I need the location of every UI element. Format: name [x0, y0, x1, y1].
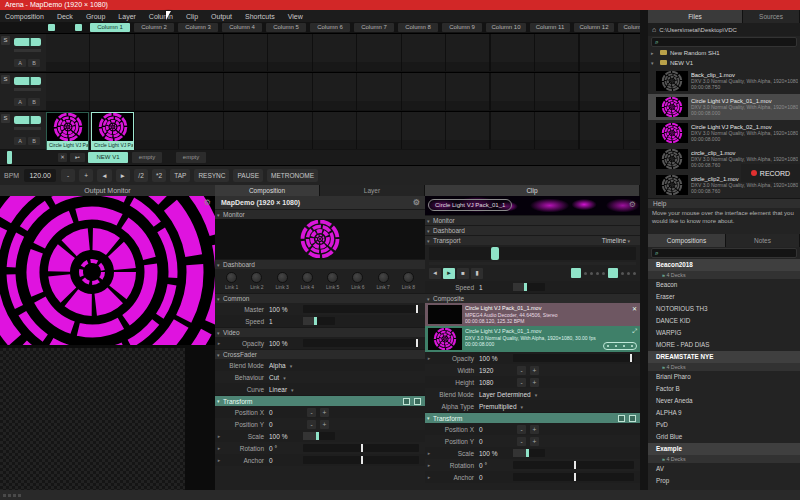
composition-item[interactable]: Eraser — [648, 291, 800, 303]
dashboard-knob[interactable]: Link 7 — [376, 272, 389, 290]
scale-slider[interactable] — [303, 432, 335, 440]
increment-button[interactable]: + — [320, 408, 329, 417]
pin-icon[interactable] — [403, 398, 410, 405]
rotation-slider[interactable] — [513, 461, 634, 469]
layer-fade-b-button[interactable]: B — [28, 137, 40, 145]
curve-dropdown[interactable]: Linear — [269, 386, 303, 393]
blend-mode-dropdown[interactable]: Layer Determined — [479, 391, 547, 398]
bpm-value[interactable]: 120.00 — [24, 169, 56, 182]
close-icon[interactable] — [414, 398, 421, 405]
layer-fade-b-button[interactable]: B — [28, 59, 40, 67]
layer-fade-a-button[interactable]: A — [14, 137, 26, 145]
composition-item[interactable]: ALPHA 9 — [648, 407, 800, 419]
composition-item[interactable]: Prop — [648, 475, 800, 487]
composition-item[interactable]: PvD — [648, 419, 800, 431]
deck-nav-button[interactable]: ▸▪ — [70, 153, 85, 162]
section-common[interactable]: Common — [215, 293, 425, 303]
increment-button[interactable]: + — [530, 378, 539, 387]
bpm-button[interactable]: RESYNC — [194, 169, 229, 182]
layer-2-clip-cells[interactable] — [46, 73, 648, 110]
beat-loop-button[interactable] — [571, 268, 581, 278]
composition-item[interactable]: NOTORIOUS TH3 — [648, 303, 800, 315]
anchor-slider[interactable] — [513, 473, 634, 481]
menu-item[interactable]: Shortcuts — [245, 13, 275, 20]
gear-icon[interactable]: ⚙ — [413, 196, 420, 209]
menu-item[interactable]: Group — [86, 13, 105, 20]
layer-opacity-slider[interactable] — [14, 38, 41, 46]
gear-icon[interactable]: ⚙ — [629, 200, 636, 209]
trim-controls[interactable] — [603, 342, 637, 350]
column-trigger-button[interactable]: Column 3 — [178, 23, 218, 32]
menu-item[interactable]: Output — [211, 13, 232, 20]
increment-button[interactable]: + — [530, 425, 539, 434]
composition-item[interactable]: DREAMSTATE NYE — [648, 351, 800, 363]
decrement-button[interactable]: - — [307, 420, 316, 429]
bpm-button[interactable]: METRONOME — [267, 169, 318, 182]
column-trigger-button[interactable]: Column 2 — [134, 23, 174, 32]
decrement-button[interactable]: - — [517, 437, 526, 446]
layer-fade-a-button[interactable]: A — [14, 98, 26, 106]
column-trigger-button[interactable]: Column 6 — [310, 23, 350, 32]
search-input[interactable]: ⌕ — [651, 248, 797, 258]
section-video[interactable]: Video — [215, 327, 425, 337]
section-transform[interactable]: Transform — [215, 395, 425, 406]
search-input[interactable]: ⌕ — [651, 37, 797, 47]
dashboard-knob[interactable]: Link 6 — [351, 272, 364, 290]
layer-1-clip-cells[interactable] — [46, 112, 648, 149]
speed-slider[interactable] — [513, 283, 545, 291]
record-button[interactable]: RECORD — [741, 164, 800, 182]
dashboard-knob[interactable]: Link 2 — [250, 272, 263, 290]
layer-solo-button[interactable]: S — [1, 75, 10, 84]
bpm-button[interactable]: + — [79, 169, 93, 182]
composition-item[interactable]: Factor B — [648, 383, 800, 395]
composition-item[interactable]: Beacon — [648, 279, 800, 291]
folder-item[interactable]: NEW V1 — [648, 58, 800, 68]
layer-opacity-slider[interactable] — [14, 77, 41, 85]
playhead-handle[interactable] — [491, 247, 499, 260]
layer-1-active-clip-preview[interactable]: Circle Light VJ Pa... — [46, 112, 89, 150]
tab-clip[interactable]: Clip — [425, 185, 640, 196]
dashboard-knob[interactable]: Link 4 — [301, 272, 314, 290]
path-bar[interactable]: ⌂ C:\Users\metal\Desktop\VDC — [648, 23, 800, 36]
composition-item[interactable]: AV — [648, 463, 800, 475]
column-trigger-button[interactable]: Column 8 — [398, 23, 438, 32]
composition-item[interactable]: DANCE KID — [648, 315, 800, 327]
blend-mode-dropdown[interactable]: Alpha — [269, 362, 303, 369]
composition-item[interactable]: MORE - PAD DIAS — [648, 339, 800, 351]
composition-item[interactable]: Briani Pharo — [648, 371, 800, 383]
dashboard-knob[interactable]: Link 1 — [225, 272, 238, 290]
menu-item[interactable]: Composition — [5, 13, 44, 20]
gear-icon[interactable]: ⚙ — [204, 198, 211, 207]
decrement-button[interactable]: - — [517, 378, 526, 387]
column-trigger-button[interactable]: Column 9 — [442, 23, 482, 32]
layer-fade-b-button[interactable]: B — [28, 98, 40, 106]
timeline-mode-dropdown[interactable]: Timeline — [602, 236, 630, 246]
increment-button[interactable]: + — [530, 366, 539, 375]
behaviour-dropdown[interactable]: Cut — [269, 374, 303, 381]
menu-item[interactable]: Clip — [186, 13, 198, 20]
tab-compositions[interactable]: Compositions — [648, 234, 726, 247]
clip-slot-column-1[interactable]: Circle Light VJ Pa... — [91, 112, 134, 150]
layer-track[interactable] — [14, 88, 41, 91]
opacity-slider[interactable] — [303, 339, 419, 347]
composition-item[interactable]: WARPIG — [648, 327, 800, 339]
folder-item[interactable]: New Random SH1 — [648, 48, 800, 58]
composition-item[interactable]: Example — [648, 443, 800, 455]
timeline-scrubber[interactable] — [429, 247, 636, 260]
column-trigger-button[interactable]: Column 11 — [530, 23, 570, 32]
layer-track[interactable] — [14, 127, 41, 130]
tab-composition[interactable]: Composition — [215, 185, 320, 196]
layer-3-clip-cells[interactable] — [46, 34, 648, 71]
bpm-button[interactable]: TAP — [170, 169, 190, 182]
deck-close-button[interactable]: ✕ — [58, 153, 67, 162]
home-icon[interactable]: ⌂ — [652, 26, 656, 33]
dashboard-knob[interactable]: Link 3 — [275, 272, 288, 290]
tab-layer[interactable]: Layer — [320, 185, 425, 196]
bpm-button[interactable]: ◄ — [97, 169, 111, 182]
composite-video-track[interactable]: Circle Light VJ Pack_01_1.mov DXV 3.0 No… — [425, 326, 640, 352]
scale-slider[interactable] — [513, 449, 545, 457]
composite-audio-track[interactable]: Circle Light VJ Pack_01_1.mov MPEG4 Audi… — [425, 303, 640, 326]
bpm-button[interactable]: *2 — [152, 169, 166, 182]
dashboard-knob[interactable]: Link 8 — [402, 272, 415, 290]
section-dashboard[interactable]: Dashboard — [425, 225, 640, 235]
